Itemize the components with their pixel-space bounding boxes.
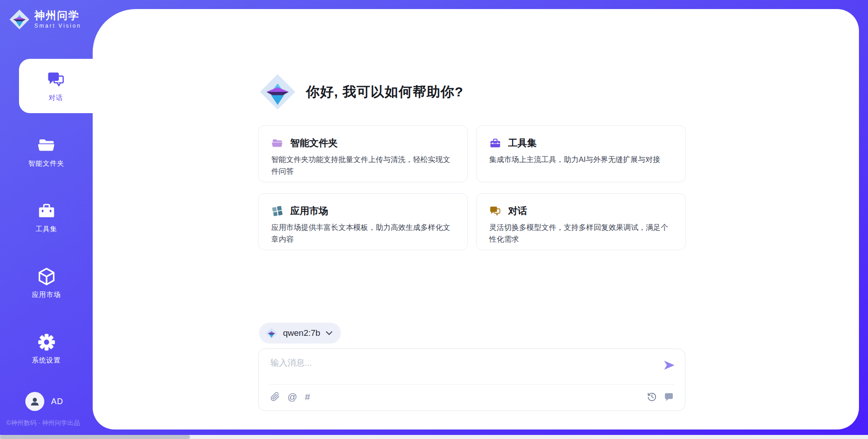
card-toolbox[interactable]: 工具集 集成市场上主流工具，助力AI与外界无缝扩展与对接	[476, 125, 686, 182]
feedback-button[interactable]	[664, 392, 674, 402]
sidebar-item-label: 对话	[49, 94, 63, 102]
mention-button[interactable]: @	[288, 392, 297, 401]
sidebar-item-toolbox[interactable]: 工具集	[0, 190, 93, 244]
card-description: 灵活切换多模型文件，支持多样回复效果调试，满足个性化需求	[489, 222, 674, 245]
sidebar-item-label: 应用市场	[32, 291, 61, 299]
chat-bubbles-icon	[489, 205, 501, 217]
horizontal-scrollbar[interactable]	[0, 435, 868, 439]
send-button[interactable]	[663, 360, 675, 371]
avatar	[25, 392, 44, 411]
composer-divider	[269, 384, 674, 385]
model-selector[interactable]: qwen2:7b	[259, 323, 341, 344]
hero-diamond-logo-icon	[259, 73, 296, 110]
hero: 你好, 我可以如何帮助你?	[259, 73, 463, 110]
paperclip-icon	[270, 392, 280, 401]
model-name: qwen2:7b	[283, 328, 320, 338]
sidebar-item-settings[interactable]: 系统设置	[0, 321, 93, 376]
brand: 神州问学 Smart Vision	[9, 9, 81, 30]
greeting-heading: 你好, 我可以如何帮助你?	[306, 83, 463, 101]
sidebar-footer: ©神州数码 · 神州问学出品	[6, 419, 92, 427]
chevron-down-icon	[326, 330, 333, 336]
card-description: 智能文件夹功能支持批量文件上传与清洗，轻松实现文件问答	[271, 154, 456, 177]
card-title: 对话	[508, 205, 527, 217]
card-smart-folder[interactable]: 智能文件夹 智能文件夹功能支持批量文件上传与清洗，轻松实现文件问答	[258, 125, 468, 182]
app-market-icon	[271, 205, 283, 217]
card-description: 应用市场提供丰富长文本模板，助力高效生成多样化文章内容	[271, 222, 456, 245]
send-icon	[663, 360, 675, 371]
cube-icon	[37, 267, 56, 286]
history-clock-icon	[647, 392, 657, 402]
brand-subtitle: Smart Vision	[34, 23, 81, 29]
sidebar-item-label: 系统设置	[32, 356, 61, 365]
feature-cards: 智能文件夹 智能文件夹功能支持批量文件上传与清洗，轻松实现文件问答 工具集 集成…	[258, 125, 686, 250]
topic-button[interactable]: #	[305, 392, 310, 401]
attachment-button[interactable]	[270, 392, 280, 401]
gear-icon	[37, 333, 56, 352]
card-title: 工具集	[508, 137, 537, 149]
card-title: 智能文件夹	[290, 137, 338, 149]
toolbox-icon	[37, 201, 56, 220]
user-account[interactable]: AD	[25, 392, 63, 411]
brand-title: 神州问学	[34, 10, 81, 21]
message-composer: @ #	[258, 348, 685, 411]
card-chat[interactable]: 对话 灵活切换多模型文件，支持多样回复效果调试，满足个性化需求	[476, 193, 686, 250]
toolbox-icon	[489, 137, 501, 149]
card-description: 集成市场上主流工具，助力AI与外界无缝扩展与对接	[489, 154, 674, 166]
folder-icon	[271, 137, 283, 149]
card-app-market[interactable]: 应用市场 应用市场提供丰富长文本模板，助力高效生成多样化文章内容	[258, 193, 468, 250]
sidebar-item-app-market[interactable]: 应用市场	[0, 256, 93, 310]
scrollbar-thumb[interactable]	[0, 435, 190, 439]
model-diamond-logo-icon	[265, 327, 278, 339]
brand-diamond-logo-icon	[9, 9, 30, 30]
history-button[interactable]	[647, 392, 657, 402]
sidebar-item-chat[interactable]: 对话	[19, 59, 93, 113]
chat-bubbles-icon	[47, 70, 66, 89]
comment-icon	[664, 392, 674, 402]
sidebar-item-label: 工具集	[36, 225, 57, 234]
main-panel: 你好, 我可以如何帮助你? 智能文件夹 智能文件夹功能支持批量文件上传与清洗，轻…	[93, 9, 859, 429]
sidebar-item-label: 智能文件夹	[28, 159, 65, 168]
user-initials: AD	[51, 397, 63, 406]
folder-icon	[37, 136, 56, 155]
card-title: 应用市场	[290, 205, 328, 217]
sidebar-item-smart-folder[interactable]: 智能文件夹	[0, 124, 93, 179]
sidebar: 神州问学 Smart Vision 对话 智能文件夹	[0, 0, 93, 435]
message-input[interactable]	[270, 357, 646, 381]
